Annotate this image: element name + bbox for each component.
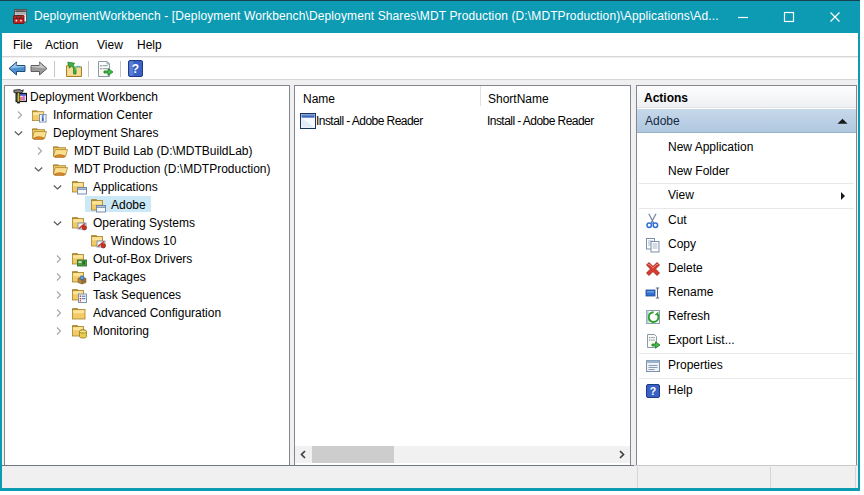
- svg-text:?: ?: [650, 385, 656, 397]
- svg-text:?: ?: [132, 62, 139, 76]
